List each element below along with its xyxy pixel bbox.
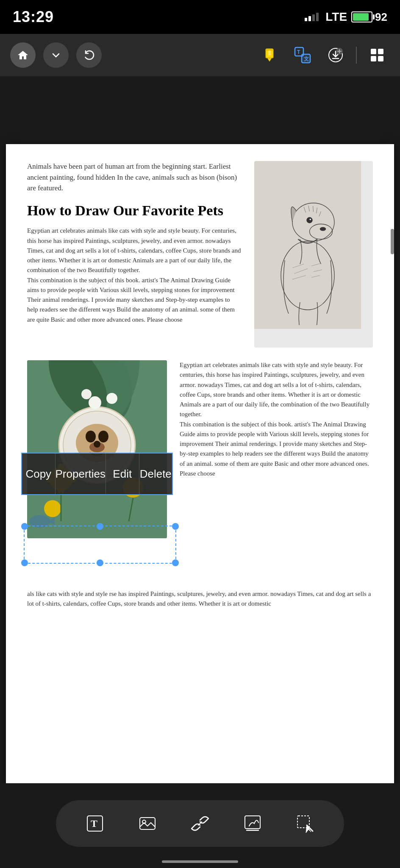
status-right: LTE 92 bbox=[305, 10, 387, 24]
svg-rect-2 bbox=[268, 50, 271, 56]
edit-button[interactable]: Edit bbox=[106, 453, 139, 494]
pdf-top-text: Animals have been part of human art from… bbox=[27, 161, 242, 348]
handle-bl bbox=[21, 559, 28, 566]
image-tool-button[interactable] bbox=[133, 809, 162, 838]
download-icon bbox=[328, 47, 344, 63]
home-button[interactable] bbox=[10, 42, 36, 68]
battery-level: 92 bbox=[375, 11, 387, 24]
handle-br bbox=[172, 559, 179, 566]
toolbar-separator bbox=[356, 47, 357, 64]
pdf-body1: Egyptian art celebrates animals like cat… bbox=[27, 226, 242, 325]
pet-image-wrapper: Copy Properties Edit Delete Updf.com bbox=[27, 360, 167, 538]
svg-point-27 bbox=[86, 431, 96, 442]
pdf-continuation-area: als like cats with style and style rse h… bbox=[27, 589, 373, 609]
svg-rect-10 bbox=[378, 49, 383, 54]
svg-rect-13 bbox=[254, 161, 361, 329]
pdf-bottom-section: Copy Properties Edit Delete Updf.com bbox=[27, 360, 373, 538]
svg-point-18 bbox=[310, 219, 311, 220]
dark-background-area bbox=[0, 76, 400, 144]
svg-rect-48 bbox=[140, 818, 155, 829]
pdf-content: Animals have been part of human art from… bbox=[6, 144, 394, 626]
marker-tool-button[interactable] bbox=[257, 42, 282, 68]
context-menu: Copy Properties Edit Delete bbox=[21, 453, 173, 495]
svg-point-40 bbox=[89, 396, 101, 409]
marker-icon bbox=[261, 47, 278, 63]
handle-tr bbox=[172, 523, 179, 530]
svg-point-35 bbox=[44, 500, 61, 517]
handle-bm bbox=[97, 559, 103, 566]
scroll-indicator[interactable] bbox=[391, 229, 394, 254]
svg-text:文: 文 bbox=[304, 56, 309, 62]
select-tool-button[interactable] bbox=[290, 809, 320, 838]
pdf-intro: Animals have been part of human art from… bbox=[27, 161, 242, 194]
undo-button[interactable] bbox=[76, 42, 102, 68]
lte-label: LTE bbox=[325, 10, 347, 24]
pdf-heading: How to Draw Our Favorite Pets bbox=[27, 202, 242, 220]
dog-sketch-image bbox=[254, 161, 361, 329]
svg-text:T: T bbox=[91, 818, 97, 829]
svg-rect-9 bbox=[371, 49, 376, 54]
toolbar-left bbox=[10, 42, 102, 68]
svg-rect-12 bbox=[378, 56, 383, 61]
text-tool-icon: T bbox=[86, 814, 104, 833]
svg-point-19 bbox=[320, 227, 326, 231]
text-tool-button[interactable]: T bbox=[80, 809, 110, 838]
watermark-label: Updf.com bbox=[83, 540, 117, 550]
pdf-body2: Egyptian art celebrates animals like cat… bbox=[180, 360, 373, 479]
pdf-top-section: Animals have been part of human art from… bbox=[27, 161, 373, 348]
grid-icon bbox=[369, 47, 385, 63]
pdf-document: Animals have been part of human art from… bbox=[6, 144, 394, 783]
svg-point-32 bbox=[94, 441, 100, 448]
svg-text:T: T bbox=[297, 49, 300, 55]
svg-point-41 bbox=[81, 389, 92, 399]
translate-tool-button[interactable]: T 文 bbox=[290, 42, 315, 68]
pet-photo-svg bbox=[27, 360, 167, 538]
home-icon bbox=[17, 50, 29, 61]
delete-button[interactable]: Delete bbox=[139, 453, 172, 494]
link-tool-button[interactable] bbox=[185, 809, 215, 838]
chevron-down-icon bbox=[51, 50, 61, 60]
translate-icon: T 文 bbox=[294, 46, 311, 64]
sign-tool-button[interactable] bbox=[238, 809, 267, 838]
pet-photo bbox=[27, 360, 167, 538]
copy-button[interactable]: Copy bbox=[22, 453, 56, 494]
battery-icon bbox=[351, 11, 372, 22]
dropdown-button[interactable] bbox=[43, 42, 69, 68]
pet-image-container bbox=[27, 360, 167, 538]
status-bar: 13:29 LTE 92 bbox=[0, 0, 400, 34]
properties-button[interactable]: Properties bbox=[56, 453, 106, 494]
top-toolbar: T 文 bbox=[0, 34, 400, 76]
signal-bars bbox=[305, 13, 319, 21]
dog-image-container bbox=[254, 161, 373, 348]
undo-icon bbox=[83, 49, 95, 61]
svg-point-45 bbox=[29, 515, 50, 528]
pdf-continuation: als like cats with style and style rse h… bbox=[27, 589, 373, 609]
battery-fill bbox=[353, 13, 369, 21]
battery-container: 92 bbox=[351, 11, 387, 24]
svg-point-17 bbox=[306, 217, 312, 223]
grid-tool-button[interactable] bbox=[364, 42, 390, 68]
home-indicator bbox=[162, 860, 238, 863]
svg-point-42 bbox=[106, 393, 117, 404]
select-tool-icon bbox=[296, 814, 314, 833]
toolbar-right: T 文 bbox=[257, 42, 390, 68]
image-tool-icon bbox=[138, 814, 157, 833]
svg-rect-11 bbox=[371, 56, 376, 61]
status-time: 13:29 bbox=[13, 8, 54, 26]
bottom-toolbar: T bbox=[56, 800, 344, 847]
sign-tool-icon bbox=[243, 814, 262, 833]
download-tool-button[interactable] bbox=[323, 42, 348, 68]
svg-point-28 bbox=[98, 431, 108, 442]
pdf-right-text: Egyptian art celebrates animals like cat… bbox=[180, 360, 373, 538]
link-tool-icon bbox=[191, 814, 209, 833]
